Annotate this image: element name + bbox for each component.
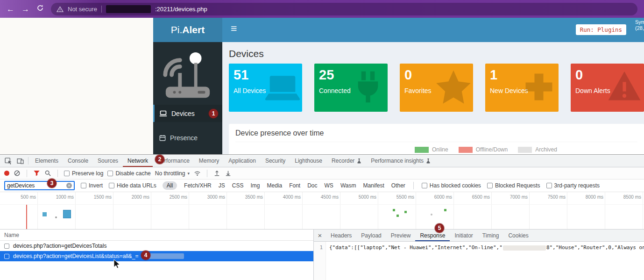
tab-performance-insights[interactable]: Performance insights [366,155,435,167]
summary-cards: 51 All Devices 25 Connected 0 Favorites [229,64,644,112]
response-text: {"data":[["laptop","Net - Huawei","Inter… [326,242,644,280]
export-har-icon[interactable] [225,170,232,177]
search-icon[interactable] [44,170,51,177]
app-body: Devices Presence Devices 51 All Devices [153,42,644,154]
tab-elements[interactable]: Elements [30,155,63,167]
record-button[interactable] [4,171,9,176]
legend-label: Offline/Down [476,146,508,153]
filter-type-manifest[interactable]: Manifest [363,182,384,189]
summary-card-down-alerts[interactable]: 0 Down Alerts [571,64,644,112]
filter-type-font[interactable]: Font [289,182,300,189]
request-checkbox[interactable] [4,244,9,249]
import-har-icon[interactable] [213,170,220,177]
app-logo[interactable]: Pi.Alert [153,18,222,42]
browser-toolbar: ← → Not secure :20211/devices.php [0,0,644,18]
filter-type-js[interactable]: JS [219,182,225,189]
tab-security[interactable]: Security [261,155,290,167]
disable-cache-checkbox[interactable]: Disable cache [107,170,150,177]
address-divider [101,6,102,13]
third-party-requests-checkbox[interactable]: 3rd-party requests [546,182,600,189]
network-overview-timeline[interactable]: 500 ms 1000 ms 1500 ms 2000 ms 2500 ms 3… [0,192,644,230]
back-icon[interactable]: ← [7,5,14,13]
summary-card-all-devices[interactable]: 51 All Devices [229,64,302,112]
filter-type-img[interactable]: Img [250,182,260,189]
timeline-activity-mark [444,209,446,211]
menu-toggle-icon[interactable]: ≡ [231,23,237,34]
request-details-panel: × Headers Payload Preview Response Initi… [314,230,644,280]
calendar-icon [159,135,166,141]
annotation-badge-4: 4 [141,251,150,260]
filter-type-css[interactable]: CSS [232,182,244,189]
plug-icon [350,69,386,105]
name-column-header[interactable]: Name [0,230,313,241]
invert-checkbox[interactable]: Invert [81,182,103,189]
checkbox-label: Has blocked cookies [430,182,481,189]
hide-data-urls-checkbox[interactable]: Hide data URLs [109,182,156,189]
has-blocked-cookies-checkbox[interactable]: Has blocked cookies [422,182,481,189]
request-checkbox[interactable] [4,254,9,259]
timeline-tick: 2500 ms [151,192,189,229]
checkbox-label: Preserve log [72,170,103,177]
redacted-response-value [503,245,546,251]
timeline-tick: 5500 ms [378,192,416,229]
clear-input-icon[interactable]: × [66,183,72,188]
clear-icon[interactable] [14,170,21,177]
filter-input[interactable]: getDevices × [4,181,75,190]
devtools-panel: Elements Console Sources Network Perform… [0,154,644,280]
forward-icon[interactable]: → [21,5,29,13]
tab-application[interactable]: Application [224,155,261,167]
tab-initiator[interactable]: Initiator [450,230,477,241]
checkbox-label: Blocked Requests [495,182,540,189]
filter-type-other[interactable]: Other [391,182,405,189]
summary-card-new-devices[interactable]: 1 New Devices [485,64,559,112]
timeline-activity-mark [55,216,57,218]
chevron-down-icon: ▾ [187,171,190,176]
request-name: devices.php?action=getDevicesTotals [13,243,106,249]
filter-type-media[interactable]: Media [267,182,282,189]
divider [413,182,414,189]
request-row-get-devices-list[interactable]: devices.php?action=getDevicesList&status… [0,251,313,261]
preserve-log-checkbox[interactable]: Preserve log [64,170,103,177]
main-content: Devices 51 All Devices 25 Connected 0 [222,42,644,154]
tab-payload[interactable]: Payload [356,230,386,241]
tab-lighthouse[interactable]: Lighthouse [290,155,327,167]
device-toolbar-icon[interactable] [14,155,26,167]
summary-card-connected[interactable]: 25 Connected [314,64,388,112]
request-row-get-devices-totals[interactable]: devices.php?action=getDevicesTotals [0,241,313,251]
tab-cookies[interactable]: Cookies [503,230,533,241]
filter-type-all[interactable]: All [163,181,177,190]
address-bar[interactable]: Not secure :20211/devices.php [51,3,637,15]
blocked-requests-checkbox[interactable]: Blocked Requests [487,182,540,189]
throttling-select[interactable]: No throttling▾ [155,170,190,177]
filter-type-fetch-xhr[interactable]: Fetch/XHR [184,182,212,189]
tab-timing[interactable]: Timing [478,230,504,241]
close-icon[interactable]: × [314,231,326,239]
timeline-tick: 6500 ms [454,192,492,229]
filter-type-wasm[interactable]: Wasm [340,182,356,189]
sidebar-item-presence[interactable]: Presence [153,129,222,146]
timeline-activity-mark [42,212,47,216]
divider [207,170,207,177]
tab-network[interactable]: Network [123,155,153,167]
filter-icon[interactable] [33,170,40,177]
inspect-element-icon[interactable] [2,155,14,167]
summary-card-favorites[interactable]: 0 Favorites [400,64,473,112]
timeline-activity-mark [26,205,27,229]
tab-preview[interactable]: Preview [386,230,416,241]
network-conditions-icon[interactable] [194,170,201,177]
tab-headers[interactable]: Headers [326,230,356,241]
reload-icon[interactable] [36,4,44,14]
tab-sources[interactable]: Sources [93,155,123,167]
tab-console[interactable]: Console [63,155,93,167]
filter-type-ws[interactable]: WS [325,182,333,189]
laptop-icon [265,69,300,105]
devtools-tab-bar: Elements Console Sources Network Perform… [0,155,644,167]
tab-response[interactable]: Response [415,230,450,241]
run-plugins-button[interactable]: Run: Plugins [576,24,626,35]
tab-memory[interactable]: Memory [194,155,224,167]
timeline-tick: 500 ms [0,192,38,229]
filter-type-doc[interactable]: Doc [307,182,317,189]
annotation-badge-2: 2 [155,155,164,164]
tab-recorder[interactable]: Recorder [327,155,366,167]
not-secure-label: Not secure [68,6,97,13]
